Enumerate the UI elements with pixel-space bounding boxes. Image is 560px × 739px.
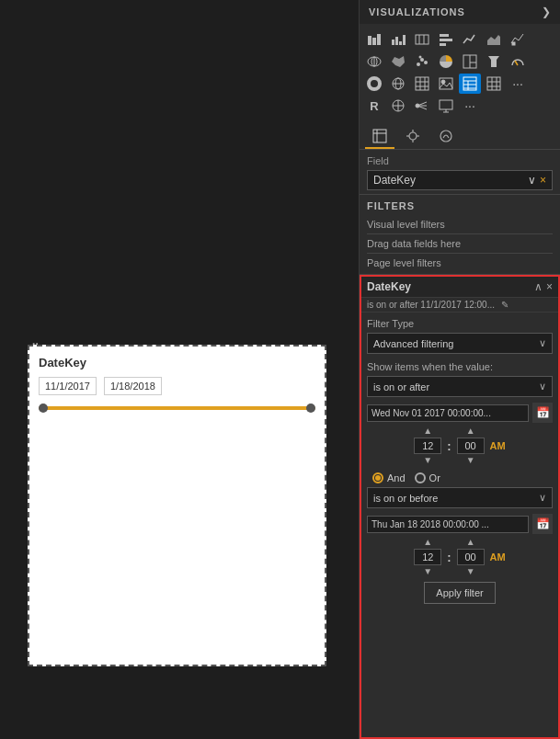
viz-icon-decomp-tree[interactable] <box>411 96 433 116</box>
condition1-date-input[interactable] <box>367 404 529 422</box>
viz-icon-treemap[interactable] <box>459 51 481 72</box>
viz-icon-100pct-bar[interactable] <box>411 29 433 50</box>
condition1-hour-spinner: ▲ 12 ▼ <box>414 426 441 465</box>
viz-icon-funnel[interactable] <box>483 51 505 72</box>
condition2-minute-value[interactable]: 00 <box>457 549 485 565</box>
field-chevron-icon[interactable]: ∨ <box>528 174 536 187</box>
visualizations-header: VISUALIZATIONS ❯ <box>360 0 560 24</box>
viz-icon-matrix2[interactable] <box>483 74 505 94</box>
datekey-filter-icons: ∧ × <box>534 280 553 293</box>
condition2-minute-spinner: ▲ 00 ▼ <box>457 538 485 576</box>
svg-rect-6 <box>403 35 406 45</box>
svg-rect-12 <box>440 43 446 46</box>
viz-icon-pie[interactable] <box>435 51 457 72</box>
condition1-operator-dropdown[interactable]: is on or after ∨ <box>367 376 553 397</box>
or-radio-label[interactable]: Or <box>415 472 440 483</box>
tab-format[interactable] <box>398 125 428 149</box>
svg-rect-5 <box>399 41 402 45</box>
svg-marker-13 <box>487 35 500 45</box>
filter-type-chevron-icon: ∨ <box>539 337 546 349</box>
slider-track[interactable] <box>39 406 315 410</box>
tab-fields[interactable] <box>365 125 394 149</box>
condition1-minute-down[interactable]: ▼ <box>466 456 475 465</box>
viz-icons-grid: ··· R ··· <box>360 24 560 121</box>
condition1-chevron-icon: ∨ <box>539 381 546 392</box>
viz-icon-clustered-bar[interactable] <box>387 29 409 50</box>
apply-filter-button[interactable]: Apply filter <box>424 582 495 604</box>
field-close-icon[interactable]: × <box>540 174 546 187</box>
condition1-ampm[interactable]: AM <box>490 440 506 451</box>
svg-rect-3 <box>392 40 394 45</box>
svg-rect-0 <box>368 36 371 45</box>
svg-rect-11 <box>440 39 452 41</box>
condition2-date-row: 📅 <box>367 514 553 534</box>
svg-rect-7 <box>416 35 429 44</box>
viz-icon-map[interactable] <box>363 51 385 72</box>
viz-icon-ellipsis[interactable]: ··· <box>459 96 481 116</box>
viz-icon-scatter[interactable] <box>411 51 433 72</box>
slider-thumb-right[interactable] <box>306 404 315 413</box>
condition1-hour-value[interactable]: 12 <box>414 438 441 454</box>
and-radio-circle[interactable] <box>372 472 383 483</box>
slider-thumb-left[interactable] <box>39 404 48 413</box>
viz-icon-line-clustered[interactable] <box>507 29 529 50</box>
filter-edit-icon[interactable]: ✎ <box>501 300 509 310</box>
and-label: And <box>387 472 406 483</box>
condition2-minute-up[interactable]: ▲ <box>466 538 475 547</box>
condition1-minute-value[interactable]: 00 <box>457 438 485 454</box>
viz-icon-more[interactable]: ··· <box>507 74 529 94</box>
svg-rect-56 <box>440 100 452 109</box>
svg-point-20 <box>420 58 424 62</box>
viz-icon-globe[interactable] <box>387 74 409 94</box>
viz-icon-azure-map[interactable] <box>387 96 409 116</box>
viz-icon-R[interactable]: R <box>363 96 385 116</box>
svg-rect-32 <box>416 77 429 90</box>
svg-point-19 <box>417 63 420 66</box>
viz-icon-matrix[interactable] <box>411 74 433 94</box>
svg-point-21 <box>424 61 428 64</box>
condition2-hour-down[interactable]: ▼ <box>423 567 432 576</box>
condition1-hour-down[interactable]: ▼ <box>423 456 432 465</box>
condition2-hour-value[interactable]: 12 <box>414 549 441 565</box>
viz-icon-table[interactable] <box>459 74 481 94</box>
tab-bar <box>360 121 560 150</box>
viz-icon-filled-map[interactable] <box>387 51 409 72</box>
viz-icon-bar-chart[interactable] <box>435 29 457 50</box>
viz-icon-image[interactable] <box>435 74 457 94</box>
condition2-calendar-icon[interactable]: 📅 <box>532 514 553 534</box>
and-radio-label[interactable]: And <box>372 472 406 483</box>
visual-title: DateKey <box>39 356 315 370</box>
svg-rect-44 <box>487 77 500 90</box>
field-label: Field <box>367 155 553 166</box>
viz-row-4: R ··· <box>363 96 556 116</box>
or-radio-circle[interactable] <box>415 472 426 483</box>
divider-1 <box>367 233 553 234</box>
datekey-collapse-icon[interactable]: ∧ <box>534 280 543 293</box>
viz-icon-stacked-bar[interactable] <box>363 29 385 50</box>
condition2-operator-dropdown[interactable]: is on or before ∨ <box>367 487 553 508</box>
visualizations-chevron[interactable]: ❯ <box>542 6 551 18</box>
condition2-hour-up[interactable]: ▲ <box>423 538 432 547</box>
condition1-minute-up[interactable]: ▲ <box>466 426 475 436</box>
svg-marker-26 <box>488 56 499 67</box>
condition2-date-input[interactable] <box>367 516 529 533</box>
condition1-hour-up[interactable]: ▲ <box>423 426 432 436</box>
filters-section: FILTERS Visual level filters Drag data f… <box>360 195 560 275</box>
viz-icon-donut[interactable] <box>363 74 385 94</box>
field-dropdown[interactable]: DateKey ∨ × <box>367 170 553 190</box>
filter-type-label: Filter Type <box>367 318 553 329</box>
datekey-filter: DateKey ∧ × is on or after 11/1/2017 12:… <box>360 275 560 739</box>
viz-row-1 <box>363 29 556 50</box>
condition2-minute-down[interactable]: ▼ <box>466 567 475 576</box>
svg-point-67 <box>440 131 451 142</box>
condition2-ampm[interactable]: AM <box>490 551 506 563</box>
datekey-close-icon[interactable]: × <box>546 280 553 293</box>
tab-analytics[interactable] <box>431 125 461 149</box>
viz-icon-gauge[interactable] <box>507 51 529 72</box>
condition1-calendar-icon[interactable]: 📅 <box>532 403 553 423</box>
viz-icon-monitor[interactable] <box>435 96 457 116</box>
viz-icon-area-chart[interactable] <box>483 29 505 50</box>
viz-icon-line-chart[interactable] <box>459 29 481 50</box>
filter-type-dropdown[interactable]: Advanced filtering ∨ <box>367 333 553 354</box>
field-dropdown-right: ∨ × <box>528 174 546 187</box>
